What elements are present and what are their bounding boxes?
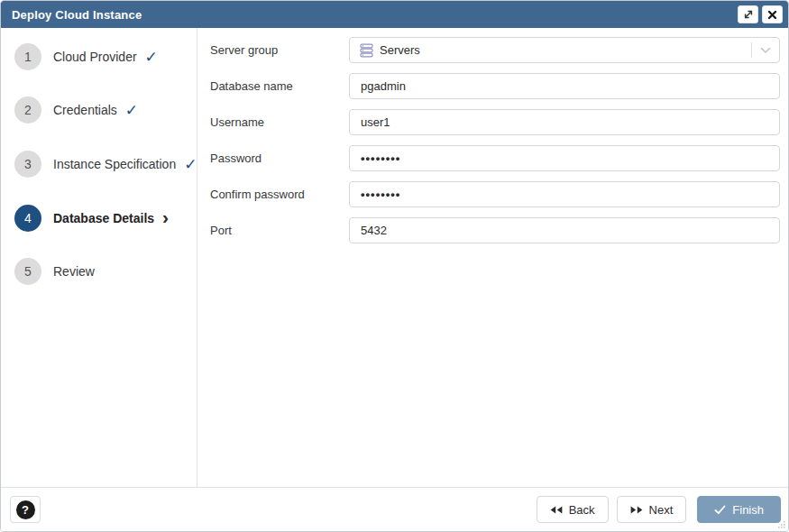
step-database-details[interactable]: 4 Database Details ›	[14, 205, 169, 232]
step-label: Database Details	[53, 211, 154, 225]
step-label: Review	[53, 264, 95, 279]
next-button-label: Next	[649, 503, 674, 517]
check-icon	[714, 505, 726, 515]
step-completed-check-icon: ✓	[145, 50, 158, 65]
port-input[interactable]	[349, 217, 780, 243]
port-label: Port	[210, 224, 349, 237]
maximize-button[interactable]	[738, 5, 758, 23]
step-completed-check-icon: ✓	[125, 103, 138, 118]
password-label: Password	[210, 151, 349, 165]
username-input[interactable]	[349, 109, 780, 135]
step-instance-specification[interactable]: 3 Instance Specification ✓	[14, 151, 197, 178]
server-group-label: Server group	[210, 43, 349, 57]
titlebar-buttons	[738, 5, 783, 23]
step-active-chevron-icon: ›	[162, 210, 169, 225]
back-button[interactable]: Back	[537, 496, 609, 523]
next-button[interactable]: Next	[617, 496, 687, 523]
footer: ? Back Next Finish	[1, 487, 788, 531]
database-details-form: Server group Servers	[198, 28, 788, 487]
step-number-badge: 4	[14, 205, 41, 232]
step-cloud-provider[interactable]: 1 Cloud Provider ✓	[14, 43, 158, 70]
username-label: Username	[210, 115, 349, 129]
step-number-badge: 2	[14, 96, 41, 124]
question-mark-icon: ?	[16, 500, 35, 519]
deploy-cloud-instance-dialog: Deploy Cloud Instance 1 Cloud Provider	[0, 0, 789, 532]
server-group-select[interactable]: Servers	[349, 37, 780, 63]
step-label: Cloud Provider	[53, 50, 137, 64]
server-group-row: Server group Servers	[198, 37, 788, 63]
step-label: Instance Specification	[53, 157, 176, 171]
double-right-arrow-icon	[630, 506, 643, 514]
password-input[interactable]	[349, 145, 780, 171]
confirm-password-label: Confirm password	[210, 188, 349, 201]
database-name-label: Database name	[210, 79, 349, 93]
resize-grip[interactable]	[776, 519, 786, 529]
step-number-badge: 1	[14, 43, 41, 70]
database-name-input[interactable]	[349, 73, 780, 99]
step-label: Credentials	[53, 103, 117, 117]
back-button-label: Back	[569, 503, 595, 517]
titlebar: Deploy Cloud Instance	[1, 1, 788, 28]
step-review[interactable]: 5 Review	[14, 258, 95, 285]
server-group-value-text: Servers	[380, 43, 420, 57]
wizard-steps-sidebar: 1 Cloud Provider ✓ 2 Credentials ✓ 3 Ins…	[1, 28, 197, 487]
servers-icon	[360, 43, 373, 58]
confirm-password-input[interactable]	[349, 181, 780, 207]
maximize-icon	[743, 9, 754, 20]
footer-actions: Back Next Finish	[537, 496, 781, 523]
step-number-badge: 3	[14, 151, 41, 178]
close-icon	[767, 10, 777, 20]
step-credentials[interactable]: 2 Credentials ✓	[14, 96, 138, 124]
finish-button-label: Finish	[732, 503, 764, 517]
server-group-selected-value: Servers	[360, 43, 751, 58]
double-left-arrow-icon	[550, 506, 563, 514]
port-row: Port	[198, 217, 788, 243]
finish-button[interactable]: Finish	[697, 496, 781, 523]
dialog-title: Deploy Cloud Instance	[12, 8, 142, 22]
database-name-row: Database name	[198, 73, 788, 99]
help-button[interactable]: ?	[10, 496, 41, 523]
step-number-badge: 5	[14, 258, 41, 285]
username-row: Username	[198, 109, 788, 135]
confirm-password-row: Confirm password	[198, 181, 788, 207]
select-indicators	[751, 38, 779, 62]
password-row: Password	[198, 145, 788, 171]
step-completed-check-icon: ✓	[184, 157, 197, 172]
close-button[interactable]	[762, 5, 783, 23]
chevron-down-icon[interactable]	[752, 47, 779, 54]
